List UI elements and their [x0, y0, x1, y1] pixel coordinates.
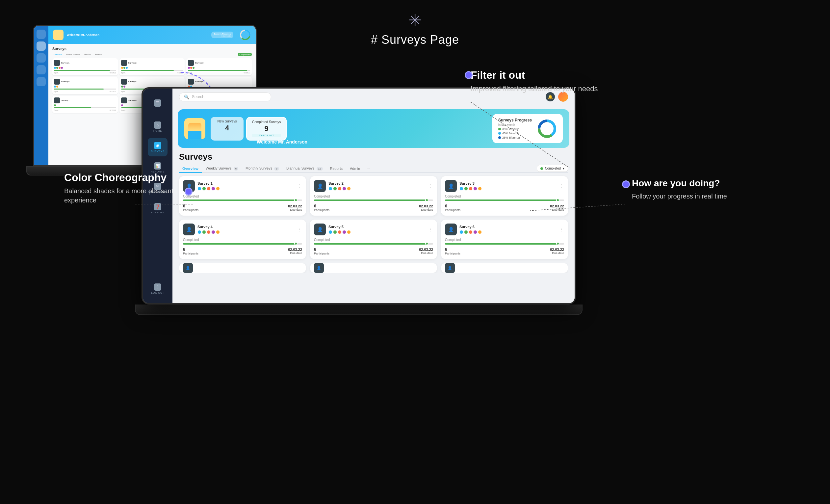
ls-card-1: Survey 1 6 part.02.03.22 [52, 58, 118, 75]
survey-card-2: 👤 Survey 2 [310, 176, 437, 216]
new-surveys-value: 4 [216, 124, 238, 132]
ls-card-3: Survey 3 6 part.02.03.22 [186, 58, 252, 75]
legend-dot-monthly [498, 132, 501, 135]
sidebar-item-logout[interactable]: ⤴ LOG OUT [148, 280, 167, 298]
legend-biannual: 25% Biannual [498, 136, 532, 139]
legend-label-biannual: 25% Biannual [502, 136, 521, 139]
main-content-area: 🔍 Search 🔔 New Surveys [172, 89, 575, 303]
card-due-4: 02.03.22Due date [288, 248, 302, 255]
hero-welcome: Welcome Mr. Anderson [257, 139, 308, 145]
filter-annotation-subtitle: Improved filtering tailored to your need… [471, 84, 602, 94]
avatar-1e [216, 187, 220, 191]
card-thumb-4: 👤 [183, 223, 195, 235]
card-title-5: Survey 5 [328, 225, 426, 229]
sidebar-label-support: SUPPORT [151, 211, 165, 214]
card-participants-3: 6Participants [445, 204, 460, 212]
hero-stats: New Surveys 4 Completed Surveys 9 CARD L… [211, 117, 287, 140]
card-menu-icon-6[interactable]: ⋮ [560, 227, 564, 232]
color-annotation-subtitle: Balanced shades for a more pleasant expe… [64, 186, 176, 205]
sidebar-label-surveys: SURVEYS [151, 150, 165, 153]
card-due-5: 02.03.22Due date [419, 248, 433, 255]
card-progress-1 [183, 199, 302, 201]
new-surveys-label: New Surveys [216, 120, 238, 123]
legend-monthly: 40% Monthly [498, 132, 532, 135]
donut-chart [537, 119, 557, 138]
annotation-filter: Filter it out Improved filtering tailore… [471, 69, 602, 94]
hero-banner: New Surveys 4 Completed Surveys 9 CARD L… [178, 109, 569, 148]
card-status-4: Completed [183, 238, 302, 242]
tab-weekly[interactable]: Weekly Surveys 6 [202, 165, 242, 173]
filter-annotation-title: Filter it out [471, 69, 602, 81]
tab-monthly[interactable]: Monthly Surveys 8 [242, 165, 282, 173]
survey-card-3: 👤 Survey 3 [441, 176, 568, 216]
card-thumb-3: 👤 [445, 180, 457, 192]
small-laptop-header: Welcome Mr. Anderson Surveys Progress in… [49, 26, 256, 44]
filter-status-dot [540, 167, 543, 170]
main-tablet: ☰ ⌂ HOME ◉ SURVEYS 📊 REPORTS ✉ NEWSLETTE… [141, 87, 576, 315]
card-thumb-6: 👤 [445, 223, 457, 235]
logout-icon: ⤴ [154, 283, 161, 291]
tab-admin[interactable]: Admin [347, 165, 363, 173]
card-status-3: Completed [445, 194, 564, 198]
tab-overview[interactable]: Overview [179, 165, 202, 173]
surveys-tabs: Overview Weekly Surveys 6 Monthly Survey… [179, 165, 568, 173]
card-menu-icon-5[interactable]: ⋮ [428, 227, 433, 232]
ls-card-2: Survey 2 6 part.02.03.22 [120, 58, 185, 75]
card-progress-6 [445, 243, 564, 245]
card-participants-1: 6Participants [183, 204, 198, 212]
ls-icon-support [36, 77, 46, 86]
small-laptop-stats: Surveys Progress in last month [211, 32, 233, 38]
hero-avatar [184, 118, 205, 139]
small-laptop-sidebar [34, 26, 49, 165]
completed-surveys-box: Completed Surveys 9 CARD LIMIT [246, 117, 287, 140]
card-participants-4: 6Participants [183, 247, 198, 255]
card-status-5: Completed [314, 238, 433, 242]
tab-more[interactable]: ··· [364, 165, 374, 173]
card-progress-5 [314, 243, 433, 245]
card-title-2: Survey 2 [328, 181, 426, 185]
ls-icon-newsletter [36, 65, 46, 74]
survey-card-1: 👤 Survey 1 [179, 176, 306, 216]
survey-cards-grid: 👤 Survey 1 [179, 176, 568, 259]
legend-label-monthly: 40% Monthly [502, 132, 519, 135]
card-participants-6: 6Participants [445, 247, 460, 255]
search-box[interactable]: 🔍 Search [179, 93, 271, 101]
sidebar-item-surveys[interactable]: ◉ SURVEYS [148, 138, 167, 156]
card-due-1: 02.03.22Due date [288, 204, 302, 211]
star-icon: ✳ [408, 12, 422, 28]
filter-annotation-dot [465, 71, 473, 79]
filter-label: Completed [545, 166, 561, 170]
surveys-title: Surveys [179, 152, 568, 162]
annotation-color: Color Choreography Balanced shades for a… [64, 171, 176, 205]
card-progress-2 [314, 199, 433, 201]
reports-icon: 📊 [154, 162, 161, 169]
card-progress-3 [445, 199, 564, 201]
home-icon: ⌂ [154, 122, 161, 129]
howdy-annotation-dot [622, 180, 630, 188]
filter-dropdown[interactable]: Completed ▾ [537, 165, 568, 172]
sidebar-item-home[interactable]: ⌂ HOME [148, 118, 167, 136]
survey-card-4: 👤 Survey 4 [179, 220, 306, 259]
card-menu-icon-4[interactable]: ⋮ [297, 227, 302, 232]
card-menu-icon-2[interactable]: ⋮ [428, 183, 433, 189]
card-menu-icon-3[interactable]: ⋮ [560, 183, 564, 189]
surveys-section: Surveys Overview Weekly Surveys 6 Monthl… [172, 148, 575, 303]
card-menu-icon-1[interactable]: ⋮ [297, 183, 302, 189]
card-status-1: Completed [183, 194, 302, 198]
avatar-1d [211, 187, 215, 191]
card-due-6: 02.03.22Due date [550, 248, 564, 255]
survey-card-5: 👤 Survey 5 [310, 220, 437, 259]
card-participants-5: 6Participants [314, 247, 329, 255]
tab-reports[interactable]: Reports [327, 165, 346, 173]
ls-icon-surveys [36, 41, 46, 51]
card-title-4: Survey 4 [197, 225, 295, 229]
small-laptop-surveys-title: Surveys [52, 47, 252, 51]
sidebar-item-menu[interactable]: ☰ [148, 94, 167, 112]
howdy-annotation-subtitle: Follow your progress in real time [632, 192, 727, 201]
small-laptop-avatar [53, 30, 64, 40]
legend-label-weekly: 35% Weekly [502, 127, 519, 131]
legend-dot-biannual [498, 136, 501, 139]
page-title: # Surveys Page [371, 33, 459, 47]
tab-biannual[interactable]: Biannual Surveys 12 [283, 165, 326, 173]
legend-dot-weekly [498, 128, 501, 130]
